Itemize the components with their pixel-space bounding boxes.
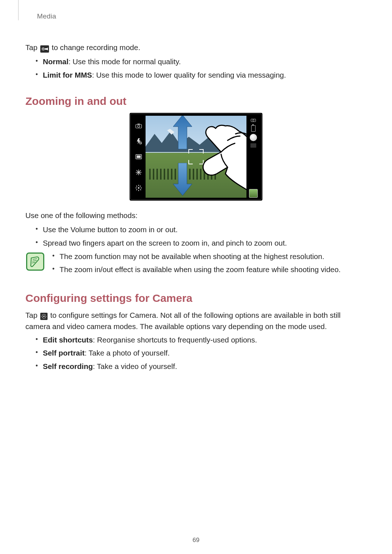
list-item: Edit shortcuts: Reorganise shortcuts to …	[36, 335, 367, 346]
section-header: Media	[37, 12, 367, 20]
svg-rect-30	[44, 318, 44, 319]
svg-rect-9	[137, 156, 141, 158]
svg-marker-3	[47, 48, 48, 50]
camera-settings-list: Edit shortcuts: Reorganise shortcuts to …	[25, 335, 367, 372]
svg-line-25	[33, 259, 37, 259]
setting-desc: : Reorganise shortcuts to frequently-use…	[93, 336, 257, 344]
viewfinder-scene	[146, 116, 246, 198]
list-item: Limit for MMS: Use this mode to lower qu…	[36, 70, 367, 81]
text-after: to configure settings for Camera. Not al…	[25, 311, 340, 331]
zoom-methods-list: Use the Volume button to zoom in or out.…	[25, 224, 367, 249]
recording-mode-icon	[40, 45, 49, 53]
shutter-button-icon	[250, 134, 257, 141]
list-item: The zoom in/out effect is available when…	[52, 264, 367, 275]
svg-rect-35	[45, 315, 46, 316]
tap-change-recording-mode: Tap to change recording mode.	[25, 42, 367, 53]
note-icon	[26, 253, 44, 271]
battery-icon	[251, 125, 256, 132]
mode-name: Normal	[43, 57, 69, 66]
svg-point-28	[43, 316, 44, 317]
mode-name: Limit for MMS	[43, 71, 92, 79]
list-item: Spread two fingers apart on the screen t…	[36, 238, 367, 249]
gallery-thumbnail-icon	[249, 189, 258, 198]
svg-rect-29	[44, 314, 44, 315]
pinch-gesture-hand-icon	[185, 119, 246, 198]
svg-point-14	[138, 187, 139, 189]
zoom-gesture-figure	[25, 113, 367, 201]
recording-modes-list: Normal: Use this mode for normal quality…	[25, 56, 367, 81]
video-camera-icon	[250, 143, 256, 148]
svg-rect-20	[140, 189, 142, 190]
camera-viewfinder	[130, 113, 262, 201]
svg-line-27	[32, 262, 35, 263]
setting-desc: : Take a photo of yourself.	[85, 349, 170, 357]
camera-icon	[250, 116, 257, 124]
list-item: The zoom function may not be available w…	[52, 251, 367, 262]
list-item: Self recording: Take a video of yourself…	[36, 361, 367, 372]
storage-icon	[135, 153, 142, 160]
setting-desc: : Take a video of yourself.	[93, 362, 177, 370]
svg-line-7	[140, 142, 141, 144]
setting-name: Edit shortcuts	[43, 336, 93, 344]
setting-name: Self recording	[43, 362, 93, 370]
svg-rect-36	[42, 317, 43, 318]
svg-point-1	[43, 49, 44, 49]
settings-gear-icon	[40, 313, 48, 320]
mode-desc: : Use this mode to lower quality for sen…	[92, 71, 286, 79]
svg-rect-34	[45, 317, 46, 318]
list-item: Self portrait: Take a photo of yourself.	[36, 348, 367, 359]
flash-off-icon	[135, 138, 142, 145]
svg-line-26	[32, 260, 37, 261]
svg-rect-15	[138, 185, 139, 186]
svg-rect-18	[141, 188, 142, 188]
text-after: to change recording mode.	[52, 43, 140, 52]
setting-name: Self portrait	[43, 349, 85, 357]
zoom-methods-intro: Use one of the following methods:	[25, 210, 367, 221]
camera-left-toolbar	[132, 116, 145, 198]
mode-desc: : Use this mode for normal quality.	[69, 57, 181, 66]
svg-rect-19	[136, 185, 138, 187]
svg-point-5	[138, 125, 140, 127]
zooming-heading: Zooming in and out	[25, 93, 367, 109]
text-before: Tap	[25, 43, 40, 52]
svg-rect-31	[41, 316, 42, 317]
switch-camera-icon	[135, 122, 142, 130]
settings-gear-icon	[135, 184, 142, 192]
configuring-settings-heading: Configuring settings for Camera	[25, 290, 367, 306]
vertical-rule	[18, 0, 19, 20]
list-item: Normal: Use this mode for normal quality…	[36, 56, 367, 67]
configuring-settings-para: Tap to configure settings for Camera. No…	[25, 310, 367, 332]
svg-rect-17	[136, 188, 137, 188]
svg-rect-21	[140, 185, 141, 187]
zoom-notes: The zoom function may not be available w…	[25, 251, 367, 278]
camera-right-toolbar	[247, 116, 260, 198]
svg-rect-22	[136, 189, 138, 190]
page-number: 69	[193, 537, 200, 544]
svg-rect-2	[45, 48, 47, 50]
svg-rect-32	[45, 316, 46, 317]
svg-rect-33	[42, 315, 43, 316]
text-before: Tap	[25, 311, 40, 319]
svg-point-24	[253, 120, 254, 121]
svg-rect-16	[138, 190, 139, 191]
effects-icon	[135, 169, 142, 176]
list-item: Use the Volume button to zoom in or out.	[36, 224, 367, 235]
